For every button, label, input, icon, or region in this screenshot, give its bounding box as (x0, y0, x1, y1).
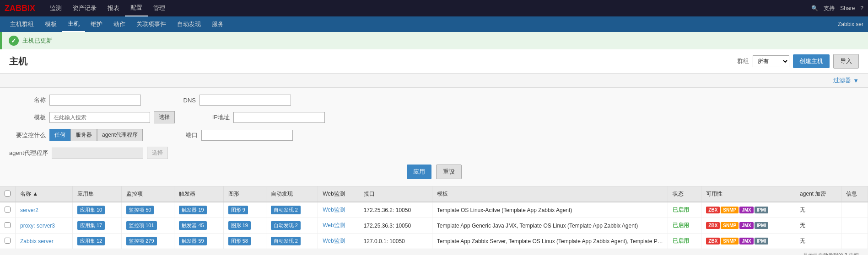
monitor-badge-1[interactable]: 监控项 101 (126, 221, 156, 230)
logo: ZABBIX (5, 4, 35, 13)
monitor-badge-2[interactable]: 监控项 279 (126, 237, 156, 245)
row-monitor: 监控项 50 (122, 202, 174, 218)
row-availability: ZBXSNMPJMXIPMI (701, 202, 795, 218)
table-container: 名称 ▲ 应用集 监控项 触发器 图形 自动发现 Web监测 接口 模板 状态 … (0, 186, 868, 249)
filter-apply-btn[interactable]: 应用 (407, 165, 431, 179)
row-webmonitor: Web监测 (318, 202, 359, 218)
share-link[interactable]: Share (840, 5, 855, 11)
webmonitor-link-2[interactable]: Web监测 (323, 238, 345, 244)
filter-monitor-agent[interactable]: agent代理程序 (97, 129, 143, 141)
trigger-badge-2[interactable]: 触发器 59 (179, 237, 206, 245)
th-availability: 可用性 (701, 186, 795, 202)
row-encrypt: 无 (795, 234, 841, 249)
filter-ip-input[interactable] (233, 112, 325, 123)
filter-ip-label: IP地址 (193, 113, 230, 122)
help-icon[interactable]: ? (860, 5, 863, 11)
row-template: Template App Zabbix Server, Template OS … (432, 234, 668, 249)
filter-name-input[interactable] (49, 95, 141, 106)
filter-reset-btn[interactable]: 重设 (436, 165, 462, 179)
nav-maintenance[interactable]: 维护 (85, 16, 108, 32)
th-name[interactable]: 名称 ▲ (16, 186, 73, 202)
th-trigger: 触发器 (174, 186, 223, 202)
row-graph: 图形 9 (223, 202, 266, 218)
row-select-2[interactable] (5, 238, 11, 244)
row-availability: ZBXSNMPJMXIPMI (701, 234, 795, 249)
row-select-0[interactable] (5, 207, 11, 212)
filter-monitor-label: 要监控什么 (9, 131, 46, 139)
select-all-checkbox[interactable] (5, 191, 11, 197)
nav-autodiscovery[interactable]: 自动发现 (172, 16, 206, 32)
row-appset: 应用集 17 (72, 218, 121, 234)
nav-templates[interactable]: 模板 (39, 16, 62, 32)
autodiscover-badge-1[interactable]: 自动发现 2 (271, 221, 301, 230)
row-encrypt: 无 (795, 218, 841, 234)
filter-dns-label: DNS (159, 97, 196, 104)
row-interface: 172.25.36.2: 10050 (359, 202, 432, 218)
th-monitor: 监控项 (122, 186, 174, 202)
filter-agent-input (52, 148, 143, 159)
page-actions: 群组 所有 创建主机 导入 (737, 54, 859, 69)
filter-dns-input[interactable] (199, 95, 291, 106)
webmonitor-link-1[interactable]: Web监测 (323, 222, 345, 228)
filter-agent-label: agent代理程序 (9, 149, 48, 157)
create-host-button[interactable]: 创建主机 (793, 54, 830, 68)
filter-monitor-server[interactable]: 服务器 (70, 129, 97, 141)
graph-badge-1[interactable]: 图形 19 (228, 221, 251, 230)
row-trigger: 触发器 19 (174, 202, 223, 218)
nav-services[interactable]: 服务 (206, 16, 229, 32)
row-template: Template App Generic Java JMX, Template … (432, 218, 668, 234)
filter-row-2: 模板 选择 IP地址 (9, 111, 859, 123)
filter-toggle[interactable]: 过滤器 ▼ (833, 76, 859, 85)
row-checkbox (0, 218, 16, 234)
row-checkbox (0, 202, 16, 218)
nav-host-groups[interactable]: 主机群组 (5, 16, 39, 32)
host-name-link-1[interactable]: proxy: server3 (20, 223, 55, 229)
bottom-bar: 显示已自动发现的 3 中间 (0, 249, 868, 255)
filter-form: 名称 DNS 模板 选择 IP地址 要监控什么 任何 服务器 agent代理程序 (0, 88, 868, 186)
filter-dns-group: DNS (159, 95, 291, 106)
nav-event-correlation[interactable]: 关联项事件 (131, 16, 172, 32)
trigger-badge-0[interactable]: 触发器 19 (179, 206, 206, 214)
nav-monitor[interactable]: 监测 (44, 0, 67, 16)
nav-hosts[interactable]: 主机 (62, 16, 85, 32)
th-status: 状态 (668, 186, 701, 202)
nav-reports[interactable]: 报表 (102, 0, 125, 16)
autodiscover-badge-2[interactable]: 自动发现 2 (271, 237, 301, 245)
graph-badge-0[interactable]: 图形 9 (228, 206, 248, 214)
nav-config[interactable]: 配置 (125, 0, 148, 16)
group-select[interactable]: 所有 (753, 55, 789, 67)
host-name-link-0[interactable]: server2 (20, 207, 38, 213)
th-template: 模板 (432, 186, 668, 202)
row-select-1[interactable] (5, 222, 11, 228)
trigger-badge-1[interactable]: 触发器 45 (179, 221, 206, 230)
search-icon[interactable]: 🔍 (811, 5, 818, 11)
filter-port-input[interactable] (201, 130, 293, 141)
graph-badge-2[interactable]: 图形 58 (228, 237, 251, 245)
row-checkbox (0, 234, 16, 249)
filter-agent-select-btn: 选择 (147, 147, 168, 159)
tag-jmx-2: JMX (739, 238, 754, 244)
support-link[interactable]: 支持 (824, 5, 835, 12)
autodiscover-badge-0[interactable]: 自动发现 2 (271, 206, 301, 214)
nav-admin[interactable]: 管理 (148, 0, 171, 16)
filter-template-input[interactable] (49, 112, 150, 123)
status-message: 主机已更新 (22, 37, 52, 45)
nav-actions[interactable]: 动作 (108, 16, 131, 32)
host-name-link-2[interactable]: Zabbix server (20, 238, 54, 244)
tag-jmx-1: JMX (739, 222, 754, 229)
status-icon: ✓ (9, 36, 19, 46)
filter-template-select-btn[interactable]: 选择 (154, 111, 175, 123)
nav-assets[interactable]: 资产记录 (67, 0, 102, 16)
second-nav: 主机群组 模板 主机 维护 动作 关联项事件 自动发现 服务 Zabbix se… (0, 16, 868, 32)
import-button[interactable]: 导入 (833, 54, 859, 69)
row-monitor: 监控项 279 (122, 234, 174, 249)
webmonitor-link-0[interactable]: Web监测 (323, 207, 345, 213)
th-interface: 接口 (359, 186, 432, 202)
appset-badge-1[interactable]: 应用集 17 (77, 221, 105, 230)
filter-monitor-any[interactable]: 任何 (49, 129, 70, 141)
top-nav: ZABBIX 监测 资产记录 报表 配置 管理 🔍 支持 Share ? (0, 0, 868, 16)
appset-badge-0[interactable]: 应用集 10 (77, 206, 105, 214)
monitor-badge-0[interactable]: 监控项 50 (126, 206, 154, 214)
appset-badge-2[interactable]: 应用集 12 (77, 237, 105, 245)
row-name: server2 (16, 202, 73, 218)
